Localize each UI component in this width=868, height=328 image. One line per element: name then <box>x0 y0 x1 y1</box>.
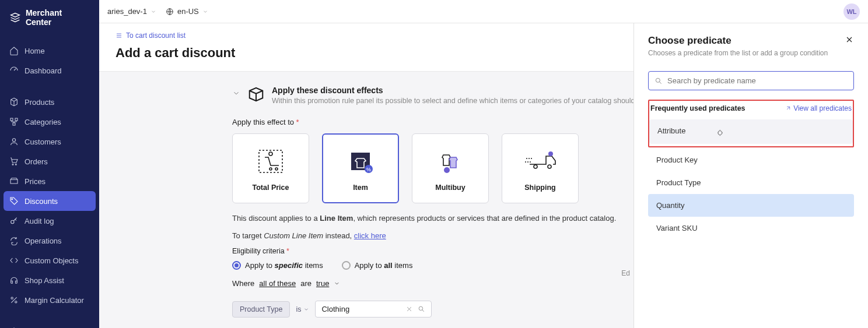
project-name: aries_dev-1 <box>107 7 147 16</box>
sidebar-item-label: Dashboard <box>24 66 62 75</box>
chevron-down-icon <box>150 9 156 15</box>
sidebar-item-operations[interactable]: Operations <box>0 231 99 251</box>
view-all-link[interactable]: View all predicates <box>785 104 852 112</box>
box-discount-icon <box>247 86 265 105</box>
svg-point-5 <box>15 164 16 165</box>
predicate-item-label: Attribute <box>657 126 685 135</box>
close-icon <box>845 35 854 44</box>
brand-icon <box>9 12 21 23</box>
panel-title: Choose predicate <box>648 35 732 47</box>
predicate-item-quantity[interactable]: Quantity <box>648 194 854 217</box>
predicate-value-input[interactable]: Clothing <box>315 301 432 318</box>
item-icon: % <box>343 146 378 178</box>
highlighted-region: Frequently used predicates View all pred… <box>648 100 854 147</box>
home-icon <box>9 46 19 55</box>
svg-point-3 <box>12 139 15 142</box>
predicate-item-product-type[interactable]: Product Type <box>648 171 854 194</box>
tile-total-price[interactable]: Total Price <box>232 133 309 203</box>
collapse-toggle[interactable] <box>232 89 240 97</box>
cursor-icon <box>717 129 725 137</box>
svg-point-4 <box>12 164 13 165</box>
tile-label: Multibuy <box>435 184 465 192</box>
truck-icon <box>523 146 558 178</box>
sidebar-item-label: Shop Assist <box>24 276 64 285</box>
sidebar-item-home[interactable]: Home <box>0 41 99 61</box>
avatar-initials: WL <box>846 8 856 15</box>
avatar[interactable]: WL <box>844 3 860 20</box>
chevron-down-icon <box>202 9 208 15</box>
globe-icon <box>166 8 174 16</box>
expand-icon <box>785 105 791 112</box>
sidebar-item-label: Customers <box>24 137 61 146</box>
tile-multibuy[interactable]: Multibuy <box>412 133 489 203</box>
predicate-chip-label: Product Type <box>240 305 282 313</box>
cart-price-icon <box>253 146 288 178</box>
chevron-down-icon <box>303 306 309 312</box>
close-button[interactable] <box>845 35 854 47</box>
sidebar-item-label: Custom Objects <box>24 256 78 265</box>
predicate-item-label: Quantity <box>656 201 684 210</box>
sidebar-item-audit[interactable]: Audit log <box>0 211 99 231</box>
chevron-down-icon <box>334 280 340 287</box>
clear-icon[interactable] <box>405 305 413 313</box>
tile-label: Item <box>353 184 368 192</box>
tile-label: Shipping <box>524 184 555 192</box>
sidebar-item-label: Orders <box>24 157 48 166</box>
radio-specific-items[interactable]: Apply to specific items <box>232 261 323 270</box>
operator-select[interactable]: is <box>296 305 309 313</box>
sidebar-item-label: Products <box>24 98 54 107</box>
sidebar-item-label: Home <box>24 47 45 55</box>
refresh-icon <box>9 236 19 245</box>
key-icon <box>9 216 19 225</box>
price-icon <box>9 177 19 186</box>
sidebar-item-label: Audit log <box>24 217 54 225</box>
sidebar-item-dashboard[interactable]: Dashboard <box>0 61 99 80</box>
sidebar-item-label: Margin Calculator <box>24 296 84 305</box>
svg-point-7 <box>11 220 14 223</box>
gauge-icon <box>9 66 19 75</box>
sidebar-item-settings[interactable]: Settings <box>0 322 99 328</box>
locale-value: en-US <box>177 7 199 16</box>
tag-icon <box>9 196 19 206</box>
sidebar-item-label: Discounts <box>24 197 58 206</box>
svg-rect-1 <box>15 118 18 121</box>
project-selector[interactable]: aries_dev-1 <box>107 7 156 16</box>
svg-point-14 <box>275 168 278 170</box>
sidebar-item-customers[interactable]: Customers <box>0 132 99 151</box>
predicate-item-label: Variant SKU <box>656 224 698 232</box>
sidebar-item-shop-assist[interactable]: Shop Assist <box>0 270 99 290</box>
multibuy-icon <box>433 146 468 178</box>
sidebar: Merchant Center Home Dashboard Products … <box>0 0 99 328</box>
tile-item[interactable]: % Item <box>322 133 399 203</box>
sidebar-item-custom-objects[interactable]: Custom Objects <box>0 251 99 270</box>
sidebar-item-categories[interactable]: Categories <box>0 112 99 132</box>
svg-rect-0 <box>10 118 13 121</box>
click-here-link[interactable]: click here <box>354 231 386 240</box>
predicate-item-product-key[interactable]: Product Key <box>648 149 854 171</box>
predicate-item-label: Product Type <box>656 178 701 187</box>
predicate-search[interactable] <box>648 71 854 90</box>
sidebar-item-margin[interactable]: Margin Calculator <box>0 290 99 310</box>
svg-text:%: % <box>366 167 371 172</box>
sidebar-item-orders[interactable]: Orders <box>0 151 99 171</box>
search-icon[interactable] <box>418 305 425 313</box>
panel-subtitle: Within this promotion rule panel its pos… <box>272 97 684 105</box>
locale-selector[interactable]: en-US <box>166 7 208 16</box>
tile-shipping[interactable]: Shipping <box>502 133 579 203</box>
list-icon <box>116 32 123 39</box>
predicate-item-attribute[interactable]: Attribute <box>649 119 853 144</box>
predicate-panel: Choose predicate Chooses a predicate fro… <box>634 23 868 328</box>
radio-all-items[interactable]: Apply to all items <box>342 261 413 270</box>
headset-icon <box>9 276 19 285</box>
svg-point-19 <box>444 167 450 173</box>
search-input[interactable] <box>667 76 848 85</box>
predicate-chip[interactable]: Product Type <box>232 301 290 318</box>
predicate-item-variant-sku[interactable]: Variant SKU <box>648 217 854 239</box>
sidebar-item-discounts[interactable]: Discounts <box>4 191 96 211</box>
svg-point-22 <box>548 151 553 156</box>
sidebar-item-label: Categories <box>24 118 61 126</box>
svg-point-8 <box>11 297 13 299</box>
svg-point-20 <box>534 165 537 168</box>
sidebar-item-prices[interactable]: Prices <box>0 171 99 191</box>
sidebar-item-products[interactable]: Products <box>0 92 99 112</box>
